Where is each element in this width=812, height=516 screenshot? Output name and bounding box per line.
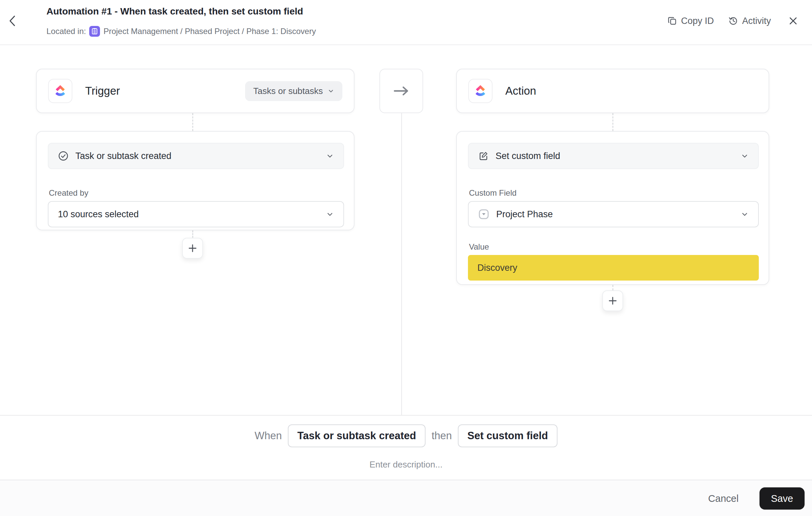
- created-by-label: Created by: [49, 188, 88, 198]
- add-action-button[interactable]: [602, 290, 623, 311]
- plus-icon: [187, 243, 198, 253]
- value-label: Value: [469, 242, 489, 252]
- trigger-event-dropdown[interactable]: Task or subtask created: [48, 143, 344, 169]
- description-input[interactable]: Enter description...: [0, 459, 812, 470]
- action-header-card: Action: [456, 69, 769, 113]
- action-add-connector: [612, 285, 613, 290]
- trigger-body-card: Task or subtask created Created by 10 so…: [36, 131, 354, 230]
- copy-id-button[interactable]: Copy ID: [668, 16, 714, 26]
- custom-field-value-chip[interactable]: Discovery: [468, 255, 759, 280]
- cancel-button[interactable]: Cancel: [704, 490, 743, 508]
- chevron-down-icon: [741, 210, 749, 218]
- clickup-logo-icon: [48, 79, 72, 103]
- activity-label: Activity: [742, 16, 771, 26]
- copy-icon: [668, 16, 677, 26]
- activity-button[interactable]: Activity: [728, 16, 771, 26]
- trigger-header-card: Trigger Tasks or subtasks: [36, 69, 354, 113]
- back-button[interactable]: [5, 13, 20, 28]
- dropdown-field-type-icon: [478, 209, 490, 220]
- chevron-down-icon: [327, 87, 334, 94]
- summary-action-pill[interactable]: Set custom field: [458, 425, 557, 447]
- action-body-card: Set custom field Custom Field Project Ph…: [456, 131, 769, 285]
- header: Automation #1 - When task created, then …: [0, 0, 812, 45]
- arrow-right-icon: [393, 86, 410, 96]
- close-button[interactable]: [786, 13, 801, 28]
- automation-editor: Automation #1 - When task created, then …: [0, 0, 812, 516]
- center-divider-line: [401, 113, 402, 415]
- check-circle-icon: [58, 151, 69, 161]
- summary-trigger-pill[interactable]: Task or subtask created: [288, 425, 426, 447]
- when-label: When: [255, 430, 282, 442]
- automation-summary: When Task or subtask created then Set cu…: [0, 415, 812, 480]
- custom-field-label: Custom Field: [469, 188, 516, 198]
- trigger-scope-value: Tasks or subtasks: [253, 86, 323, 96]
- page-title: Automation #1 - When task created, then …: [47, 6, 303, 17]
- automation-canvas: Trigger Tasks or subtasks Action: [0, 46, 812, 415]
- footer-actions: Cancel Save: [704, 480, 805, 516]
- add-trigger-condition-button[interactable]: [182, 238, 203, 259]
- created-by-value: 10 sources selected: [58, 209, 139, 220]
- value-text: Discovery: [477, 263, 517, 273]
- trigger-event-value: Task or subtask created: [76, 151, 171, 161]
- close-icon: [789, 17, 798, 25]
- clock-history-icon: [728, 16, 738, 26]
- trigger-to-action-arrow: [379, 69, 423, 113]
- action-title: Action: [505, 85, 536, 97]
- action-type-dropdown[interactable]: Set custom field: [468, 143, 759, 169]
- when-then-sentence: When Task or subtask created then Set cu…: [0, 425, 812, 447]
- chevron-down-icon: [741, 152, 749, 160]
- custom-field-value: Project Phase: [496, 209, 553, 220]
- chevron-down-icon: [326, 210, 334, 218]
- copy-id-label: Copy ID: [681, 16, 714, 26]
- breadcrumb-path[interactable]: Project Management / Phased Project / Ph…: [103, 27, 316, 36]
- located-in-label: Located in:: [47, 27, 86, 36]
- trigger-title: Trigger: [85, 85, 120, 97]
- action-type-value: Set custom field: [496, 151, 560, 161]
- chevron-down-icon: [326, 152, 334, 160]
- then-label: then: [432, 430, 452, 442]
- action-connector: [612, 113, 613, 131]
- edit-square-icon: [478, 151, 489, 161]
- list-icon: [89, 26, 100, 37]
- trigger-connector: [192, 113, 193, 131]
- header-actions: Copy ID Activity: [668, 12, 801, 30]
- created-by-dropdown[interactable]: 10 sources selected: [48, 201, 344, 227]
- trigger-add-connector: [192, 230, 193, 238]
- plus-icon: [608, 296, 618, 306]
- custom-field-dropdown[interactable]: Project Phase: [468, 201, 759, 227]
- chevron-left-icon: [8, 15, 17, 27]
- trigger-scope-dropdown[interactable]: Tasks or subtasks: [245, 81, 342, 101]
- breadcrumb: Located in: Project Management / Phased …: [47, 26, 316, 37]
- clickup-logo-icon: [468, 79, 493, 103]
- save-button[interactable]: Save: [759, 487, 805, 510]
- footer: Cancel Save: [0, 480, 812, 516]
